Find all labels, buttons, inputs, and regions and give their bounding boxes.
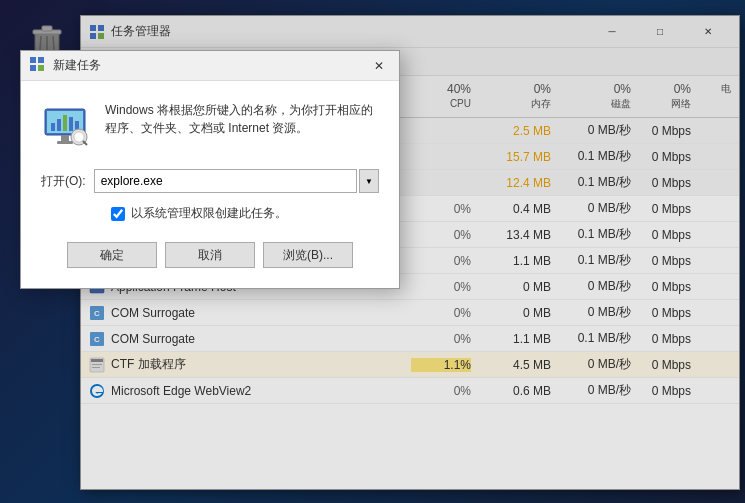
svg-rect-37	[51, 123, 55, 131]
dialog-input-wrapper: ▼	[94, 169, 379, 193]
dialog-title-bar: 新建任务 ✕	[21, 51, 399, 81]
dialog-close-button[interactable]: ✕	[367, 54, 391, 78]
svg-rect-43	[57, 141, 73, 144]
dialog-checkbox-section: 以系统管理权限创建此任务。	[111, 205, 379, 222]
svg-rect-33	[30, 65, 36, 71]
dialog-body: Windows 将根据您所键入的名称，为你打开相应的程序、文件夹、文档或 Int…	[21, 81, 399, 288]
desktop: 回收站 MicrosoftEdge 任务管理器 ─ □ ✕	[0, 0, 745, 503]
dialog-title-text: 新建任务	[53, 57, 367, 74]
svg-rect-32	[38, 57, 44, 63]
dialog-info-icon	[41, 101, 89, 149]
admin-checkbox[interactable]	[111, 207, 125, 221]
dialog-overlay: 新建任务 ✕	[0, 0, 745, 503]
dialog-open-field: 打开(O): ▼	[41, 169, 379, 193]
dialog-ok-button[interactable]: 确定	[67, 242, 157, 268]
new-task-dialog: 新建任务 ✕	[20, 50, 400, 289]
svg-point-45	[74, 132, 84, 142]
dialog-browse-button[interactable]: 浏览(B)...	[263, 242, 353, 268]
dialog-cancel-button[interactable]: 取消	[165, 242, 255, 268]
svg-line-46	[83, 141, 87, 145]
dialog-info-text: Windows 将根据您所键入的名称，为你打开相应的程序、文件夹、文档或 Int…	[105, 101, 379, 149]
dialog-field-label: 打开(O):	[41, 173, 86, 190]
svg-rect-34	[38, 65, 44, 71]
svg-rect-31	[30, 57, 36, 63]
svg-rect-42	[61, 135, 69, 141]
dialog-open-input[interactable]	[94, 169, 357, 193]
admin-checkbox-label: 以系统管理权限创建此任务。	[131, 205, 287, 222]
svg-rect-38	[57, 119, 61, 131]
dialog-title-icon	[29, 56, 45, 75]
svg-rect-39	[63, 115, 67, 131]
dialog-buttons: 确定 取消 浏览(B)...	[41, 242, 379, 268]
dialog-info-section: Windows 将根据您所键入的名称，为你打开相应的程序、文件夹、文档或 Int…	[41, 101, 379, 149]
dialog-dropdown-button[interactable]: ▼	[359, 169, 379, 193]
svg-rect-40	[69, 117, 73, 131]
